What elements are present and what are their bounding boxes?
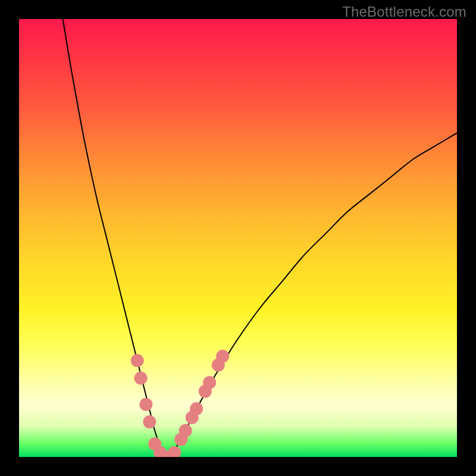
data-marker — [216, 350, 229, 363]
curve-line — [63, 19, 457, 457]
data-marker — [203, 376, 216, 389]
data-marker — [143, 415, 156, 428]
watermark-text: TheBottleneck.com — [342, 4, 466, 20]
data-marker — [131, 354, 144, 367]
marker-group — [131, 350, 230, 457]
data-marker — [190, 402, 203, 415]
plot-area — [19, 19, 457, 457]
data-marker — [168, 446, 181, 457]
chart-frame: TheBottleneck.com — [0, 0, 476, 476]
chart-svg — [19, 19, 457, 457]
data-marker — [134, 372, 148, 385]
data-marker — [179, 424, 192, 437]
data-marker — [139, 398, 152, 411]
